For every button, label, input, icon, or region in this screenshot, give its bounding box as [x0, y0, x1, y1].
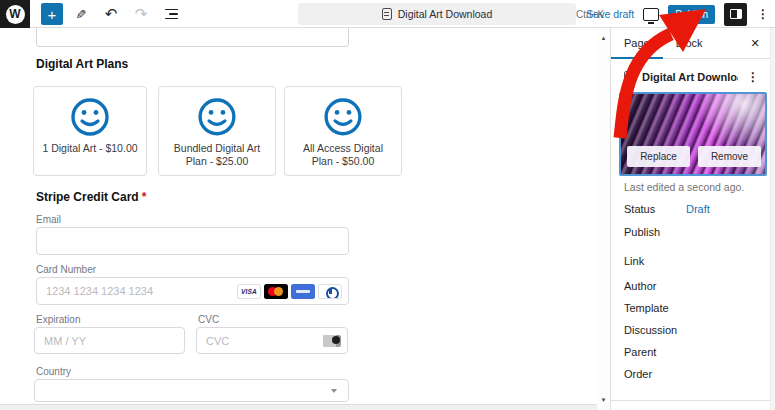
content-scrollbar[interactable]: ▲ ▼: [597, 28, 610, 410]
page-options-button[interactable]: ⋮: [746, 70, 760, 84]
publish-button[interactable]: Publish: [668, 5, 715, 24]
sidebar-row-discussion[interactable]: Discussion: [624, 324, 677, 336]
status-draft-link[interactable]: Draft: [686, 203, 710, 215]
remove-image-button[interactable]: Remove: [698, 146, 761, 167]
status-label: Status: [624, 203, 655, 215]
preview-icon[interactable]: [643, 8, 659, 21]
sidebar-row-publish[interactable]: Publish: [624, 226, 660, 238]
sidebar-row-order[interactable]: Order: [624, 368, 652, 380]
editor-toolbar: W + ✎ ↶ ↷ Digital Art Download Ctrl+K Sa…: [0, 0, 775, 28]
sidebar-row-link[interactable]: Link: [624, 255, 644, 267]
expiration-label: Expiration: [36, 314, 80, 325]
featured-image[interactable]: Replace Remove: [619, 92, 767, 176]
chevron-down-icon: [331, 389, 337, 393]
sidebar-doc-row: Digital Art Download ⋮: [611, 64, 770, 90]
list-view-icon: [165, 9, 178, 20]
plan-card-3[interactable]: All Access Digital Plan - $50.00: [284, 86, 402, 176]
canvas-bottom-edge: [0, 404, 597, 410]
toolbar-right-group: Save draft Publish ⋮: [586, 0, 770, 28]
cvc-field-wrap: [196, 327, 348, 354]
undo-icon: ↶: [105, 5, 118, 23]
sidebar-tabs: Page Block ✕: [611, 28, 770, 59]
visa-icon: VISA: [237, 284, 261, 299]
command-palette-title: Digital Art Download: [398, 8, 493, 20]
settings-sidebar: Page Block ✕ Digital Art Download ⋮ Repl…: [610, 28, 775, 410]
save-draft-button[interactable]: Save draft: [586, 8, 634, 20]
smiley-icon: [322, 96, 364, 138]
plan-card-1[interactable]: 1 Digital Art - $10.00: [33, 86, 147, 176]
document-icon: [382, 8, 392, 20]
settings-sidebar-toggle[interactable]: [724, 3, 747, 26]
email-label: Email: [36, 214, 61, 225]
plan-card-label: Bundled Digital Art Plan - $25.00: [167, 142, 267, 169]
cvc-label: CVC: [198, 314, 219, 325]
plus-icon: +: [48, 6, 57, 23]
redo-button[interactable]: ↷: [130, 3, 152, 25]
cvc-card-icon: [323, 335, 341, 347]
smiley-icon: [69, 96, 111, 138]
sidebar-panel-icon: [730, 9, 742, 19]
options-menu-button[interactable]: ⋮: [756, 7, 770, 21]
country-select[interactable]: [34, 379, 349, 402]
scroll-down-arrow[interactable]: ▼: [597, 394, 610, 406]
sidebar-row-parent[interactable]: Parent: [624, 346, 656, 358]
list-view-button[interactable]: [160, 3, 182, 25]
page-icon: [624, 71, 634, 83]
sidebar-row-author[interactable]: Author: [624, 280, 656, 292]
sidebar-scrollbar[interactable]: [770, 28, 775, 410]
sidebar-doc-title: Digital Art Download: [642, 71, 738, 83]
command-palette[interactable]: Digital Art Download: [298, 3, 576, 25]
sidebar-row-template[interactable]: Template: [624, 302, 669, 314]
smiley-icon: [196, 96, 238, 138]
plan-card-label: 1 Digital Art - $10.00: [42, 142, 137, 156]
email-field[interactable]: [36, 227, 349, 255]
redo-icon: ↷: [135, 5, 148, 23]
plan-card-label: All Access Digital Plan - $50.00: [293, 142, 393, 169]
country-label: Country: [36, 366, 71, 377]
plans-heading: Digital Art Plans: [36, 57, 128, 71]
scroll-up-arrow[interactable]: ▲: [597, 32, 610, 44]
tab-block[interactable]: Block: [663, 28, 716, 58]
status-row: Status Draft: [624, 203, 655, 215]
card-number-field-wrap: VISA: [36, 277, 349, 305]
amex-icon: [291, 284, 315, 299]
card-number-field[interactable]: [37, 285, 237, 297]
expiration-field[interactable]: [34, 327, 185, 354]
mastercard-icon: [264, 284, 288, 299]
stripe-heading: Stripe Credit Card*: [36, 190, 146, 204]
edit-mode-button[interactable]: ✎: [70, 3, 92, 25]
cvc-field[interactable]: [197, 335, 323, 347]
form-field-partial[interactable]: [36, 28, 349, 47]
tab-page[interactable]: Page: [611, 28, 663, 58]
last-edited-text: Last edited a second ago.: [624, 181, 744, 193]
sidebar-bottom-divider: [611, 400, 770, 401]
editor-canvas: Digital Art Plans 1 Digital Art - $10.00…: [0, 28, 597, 410]
replace-image-button[interactable]: Replace: [627, 146, 690, 167]
diners-icon: [318, 284, 342, 299]
card-number-label: Card Number: [36, 264, 96, 275]
block-inserter-button[interactable]: +: [41, 3, 63, 25]
card-brand-icons: VISA: [237, 284, 342, 299]
pencil-icon: ✎: [76, 7, 87, 22]
wordpress-icon: W: [6, 5, 25, 24]
wordpress-logo-button[interactable]: W: [0, 0, 30, 28]
undo-button[interactable]: ↶: [100, 3, 122, 25]
required-asterisk: *: [142, 190, 147, 204]
close-sidebar-button[interactable]: ✕: [740, 28, 770, 58]
plan-card-2[interactable]: Bundled Digital Art Plan - $25.00: [158, 86, 276, 176]
